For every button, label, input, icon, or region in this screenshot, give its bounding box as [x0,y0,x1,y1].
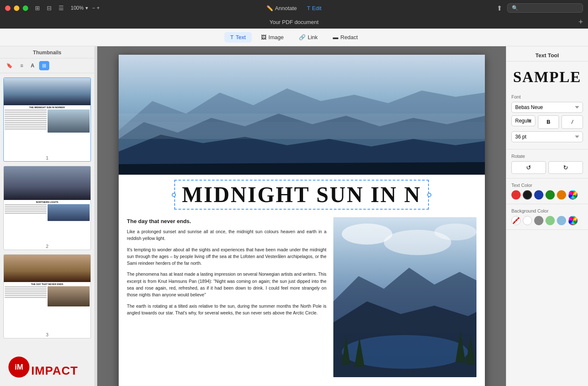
size-select[interactable]: 36 pt [511,131,583,142]
rotate-left-btn[interactable]: ↺ [511,161,546,174]
im-logo-text: iM [15,363,23,372]
maximize-button[interactable] [23,5,28,11]
style-row: Regular B / [511,115,583,129]
resize-handle-left[interactable] [172,193,176,197]
search-box[interactable]: 🔍 [507,3,583,13]
editing-title-text[interactable]: MIDNIGHT SUN IN N [174,180,429,210]
text-color-rainbow[interactable] [568,190,577,200]
text-color-orange[interactable] [557,190,566,200]
page-1-title: THE MIDNIGHT SUN IN NORWAY [4,105,90,109]
redact-tool-btn[interactable]: ▬ Redact [327,32,364,43]
right-panel-header: Text Tool [506,46,588,61]
doc-title: Your PDF document [269,19,319,25]
text-color-blue[interactable] [534,190,543,200]
sidebar-toolbar: 🔖 ≡ A ⊞ [0,59,94,73]
link-tool-btn[interactable]: 🔗 Link [293,32,324,43]
page-1-col2 [48,109,90,134]
titlebar-icons: ⊞ ⊟ ☰ [35,5,64,11]
zoom-in-btn[interactable]: + [97,5,100,11]
bg-color-rainbow[interactable] [568,216,577,225]
page-2-col2 [48,204,90,221]
close-button[interactable] [5,5,11,11]
bg-color-light-blue[interactable] [557,216,566,225]
page-2-content [4,204,90,221]
image-tool-icon: 🖼 [261,34,266,40]
text-color-black[interactable] [523,190,532,200]
photo-svg [333,217,476,377]
content-area[interactable]: MIDNIGHT SUN IN N The day that never end… [97,46,506,386]
titlebar-center: ✏️ Annotate T Edit [266,5,321,11]
zoom-value: 100% [71,5,84,11]
bold-btn[interactable]: B [538,115,559,129]
page-title-area: MIDNIGHT SUN IN N [119,175,485,213]
page-3-col1 [5,286,47,306]
sidebar-header: Thumbnails [0,46,94,59]
annotate-btn[interactable]: ✏️ Annotate [266,5,297,11]
page-2-col1 [5,204,47,221]
page-thumb-3[interactable]: THE DAY THAT NEVER ENDS [3,254,91,338]
rotate-label: Rotate [511,154,583,159]
bg-color-white[interactable] [523,216,532,225]
paragraph-3: The phenomena has at least made a lastin… [127,271,327,298]
thumbnail-btn[interactable]: ⊞ [39,61,49,70]
zoom-dropdown-icon[interactable]: ▾ [85,5,88,11]
impact-watermark: IMPACT [31,364,78,378]
page-3-col2 [48,286,90,306]
text-color-green[interactable] [545,190,555,200]
size-row: 36 pt [511,131,583,145]
zoom-control[interactable]: 100% ▾ − + [71,5,100,11]
page-3-hero [4,255,90,282]
page-content: The day that never ends. Like a prolonge… [119,213,485,386]
zoom-out-btn[interactable]: − [92,5,95,11]
page-1-col1 [5,109,47,134]
doc-titlebar: Your PDF document + [0,16,588,29]
page-2-hero [4,166,90,200]
image-tool-btn[interactable]: 🖼 Image [255,32,290,43]
rotate-right-btn[interactable]: ↻ [548,161,583,174]
text-color-red[interactable] [511,190,521,200]
font-select[interactable]: Bebas Neue [511,102,583,113]
text-btn[interactable]: A [28,61,37,70]
redact-tool-icon: ▬ [333,34,338,40]
bg-color-gray[interactable] [534,216,543,225]
list-view-icon[interactable]: ☰ [59,5,64,11]
list-btn[interactable]: ≡ [17,61,26,70]
right-panel: Text Tool SAMPLE Font Bebas Neue Regular… [506,46,588,386]
text-color-section: Text Color [506,178,588,204]
text-cursor-icon: T [307,5,310,11]
search-input[interactable] [521,5,580,11]
article-heading: The day that never ends. [127,217,327,226]
window-controls [5,5,28,11]
sidebar: Thumbnails 🔖 ≡ A ⊞ THE MIDNIGHT SUN IN N… [0,46,95,386]
add-tab-button[interactable]: + [578,18,583,27]
grid-view-icon[interactable]: ⊟ [47,5,52,11]
italic-btn[interactable]: / [561,115,583,129]
sidebar-toggle-icon[interactable]: ⊞ [35,5,40,11]
page-1-preview: THE MIDNIGHT SUN IN NORWAY [4,78,90,154]
sidebar-pages: THE MIDNIGHT SUN IN NORWAY [0,73,94,386]
sample-text: SAMPLE [506,61,588,90]
share-icon[interactable]: ⬆ [497,4,502,12]
bg-color-section: Background Color [506,204,588,230]
edit-btn[interactable]: T Edit [307,5,321,11]
svg-rect-2 [119,114,485,122]
page-3-content [4,286,90,306]
page-thumb-2[interactable]: NORTHERN LIGHTS 2 [3,166,91,250]
page-3-num: 3 [4,332,90,338]
bg-color-none[interactable] [511,216,521,225]
bg-color-label: Background Color [511,208,583,213]
page-2-preview: NORTHERN LIGHTS [4,166,90,242]
text-tool-icon: T [230,34,234,40]
page-3-preview: THE DAY THAT NEVER ENDS [4,255,90,330]
im-badge: iM [8,357,29,378]
rotate-right-icon: ↻ [563,164,568,171]
minimize-button[interactable] [14,5,19,11]
paragraph-4: The earth is rotating at a tilted axis r… [127,303,327,317]
style-select[interactable]: Regular [511,115,535,126]
bookmark-btn[interactable]: 🔖 [3,61,16,70]
bg-color-light-green[interactable] [545,216,555,225]
text-tool-btn[interactable]: T Text [224,32,252,43]
pdf-page: MIDNIGHT SUN IN N The day that never end… [119,55,485,386]
resize-handle-right[interactable] [427,193,431,197]
page-thumb-1[interactable]: THE MIDNIGHT SUN IN NORWAY [3,77,91,162]
